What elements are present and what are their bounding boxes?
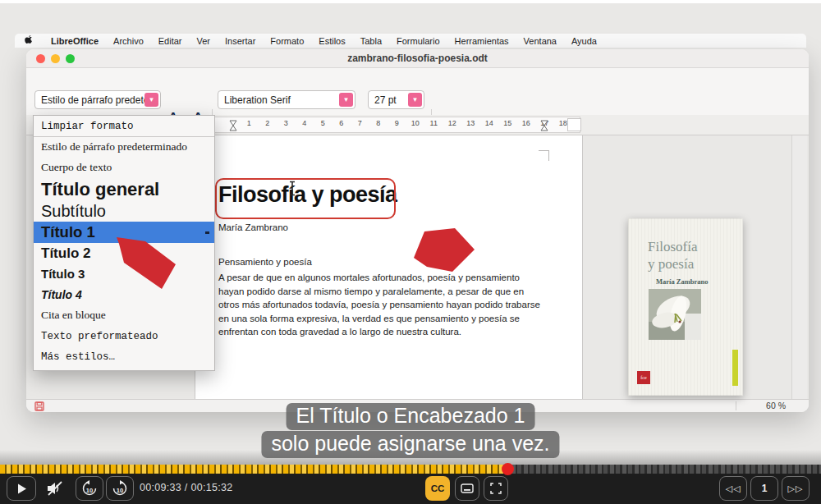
window-titlebar[interactable]: zambrano-filosofia-poesia.odt: [26, 49, 809, 68]
right-indent-marker[interactable]: [540, 120, 548, 131]
selected-item-marker: [205, 231, 209, 234]
style-item-estilo-predeterminado[interactable]: Estilo de párrafo predeterminado: [34, 137, 214, 157]
video-frame: LibreOfficeArchivoEditarVerInsertarForma…: [0, 0, 821, 504]
skip-forward-10-button[interactable]: 10: [106, 476, 134, 501]
lily-photo: [649, 289, 701, 340]
menubar-item[interactable]: Estilos: [311, 36, 352, 46]
series-stripe: [732, 350, 738, 386]
ruler-tick-label: 8: [369, 119, 388, 127]
menubar-item[interactable]: Ver: [190, 36, 218, 46]
heading-highlight-box: [215, 178, 396, 219]
closed-captions-button[interactable]: CC: [425, 476, 450, 501]
menubar-item[interactable]: LibreOffice: [44, 36, 106, 46]
document-lead-line[interactable]: Pensamiento y poesía: [218, 257, 312, 267]
previous-button[interactable]: ◁◁: [719, 476, 747, 501]
skip-forward-label: 10: [107, 487, 133, 494]
red-arrow-to-titulo1: [107, 230, 185, 297]
style-item-mas-estilos[interactable]: Más estilos…: [34, 346, 214, 368]
ruler-tick-label: 1: [240, 119, 259, 127]
menubar-item[interactable]: Archivo: [106, 36, 151, 46]
chevron-down-icon[interactable]: ▾: [339, 93, 353, 107]
book-cover-author: María Zambrano: [656, 277, 709, 286]
document-author[interactable]: María Zambrano: [218, 222, 288, 232]
mute-button[interactable]: [41, 476, 69, 501]
text-boundary-corner: [539, 150, 549, 161]
ruler-tick-label: 14: [480, 119, 499, 127]
menubar-item[interactable]: Editar: [151, 36, 190, 46]
style-item-limpiar-formato[interactable]: Limpiar formato: [34, 116, 214, 136]
paragraph-style-value: Estilo de párrafo predete: [41, 94, 149, 106]
ruler-tick-label: 13: [461, 119, 480, 127]
font-size-value: 27 pt: [374, 94, 397, 106]
time-display: 00:09:33 / 00:15:32: [140, 482, 232, 493]
paragraph-style-combobox[interactable]: Estilo de párrafo predete ▾: [34, 90, 161, 109]
menubar-item[interactable]: Ventana: [516, 36, 564, 46]
chevron-down-icon[interactable]: ▾: [144, 93, 158, 107]
formatting-toolbar: Estilo de párrafo predete ▾ A⟳ A+ Libera…: [26, 68, 809, 115]
style-item-texto-preformateado[interactable]: Texto preformateado: [34, 326, 214, 346]
apple-menu-icon[interactable]: [25, 35, 34, 46]
style-item-cita-en-bloque[interactable]: Cita en bloque: [34, 305, 214, 326]
menubar-item[interactable]: Ayuda: [564, 36, 604, 46]
save-document-icon[interactable]: [34, 401, 44, 411]
ruler-tick-label: 6: [333, 119, 351, 127]
menubar-item[interactable]: Formato: [263, 36, 311, 46]
book-cover: Filosofía y poesía María Zambrano fce: [628, 218, 743, 396]
subtitle-panel-icon: [461, 483, 474, 493]
play-button[interactable]: [7, 476, 36, 501]
vertical-scrollbar[interactable]: [791, 135, 807, 400]
font-size-combobox[interactable]: 27 pt ▾: [368, 90, 424, 109]
video-player-bar: 10 10 00:09:33 / 00:15:32 CC: [0, 465, 821, 504]
ruler-tick-label: 15: [498, 119, 517, 127]
skip-back-label: 10: [76, 487, 103, 494]
progress-played: [0, 465, 507, 474]
menubar-item[interactable]: Herramientas: [447, 36, 516, 46]
ruler-tick-label: 7: [351, 119, 369, 127]
play-icon: [17, 483, 26, 494]
ruler-tick-label: 3: [277, 119, 296, 127]
top-border: [0, 0, 821, 3]
skip-back-10-button[interactable]: 10: [76, 476, 103, 501]
ruler-tick-label: 16: [517, 119, 536, 127]
style-item-cuerpo-de-texto[interactable]: Cuerpo de texto: [34, 157, 214, 177]
red-arrow-to-heading: [407, 223, 481, 276]
menubar-items: LibreOfficeArchivoEditarVerInsertarForma…: [44, 36, 604, 46]
ruler-tick-label: 11: [424, 119, 443, 127]
publisher-logo: fce: [637, 371, 650, 384]
font-name-value: Liberation Serif: [224, 94, 291, 106]
ruler-ticks: 123456789101112131415161718: [240, 119, 572, 127]
style-item-titulo-general[interactable]: Título general: [34, 177, 214, 201]
fullscreen-icon: [490, 483, 502, 494]
ibeam-cursor: [288, 181, 296, 196]
ruler-tick-label: 5: [314, 119, 333, 127]
muted-speaker-icon: [46, 480, 64, 497]
ruler-tick-label: 4: [296, 119, 314, 127]
style-item-subtitulo[interactable]: Subtítulo: [34, 201, 214, 222]
menubar-item[interactable]: Tabla: [353, 36, 389, 46]
subtitle-line-2: solo puede asignarse una vez.: [261, 431, 559, 458]
player-controls: 10 10 00:09:33 / 00:15:32 CC: [0, 474, 821, 504]
font-name-combobox[interactable]: Liberation Serif ▾: [218, 90, 355, 109]
ruler-tick-label: 2: [259, 119, 277, 127]
playback-speed-button[interactable]: 1: [750, 476, 778, 501]
next-button[interactable]: ▷▷: [782, 476, 810, 501]
fullscreen-button[interactable]: [484, 476, 508, 501]
document-paragraph[interactable]: A pesar de que en algunos mortales afort…: [218, 271, 545, 339]
progress-bar[interactable]: [0, 465, 821, 474]
book-cover-title: Filosofía y poesía: [648, 238, 697, 273]
window-title: zambrano-filosofia-poesia.odt: [26, 53, 809, 64]
ruler-tick-label: 10: [406, 119, 425, 127]
ruler-tick-label: 9: [388, 119, 406, 127]
zoom-level[interactable]: 60 %: [766, 401, 786, 410]
menubar-item[interactable]: Formulario: [389, 36, 447, 46]
subtitle-overlay-button[interactable]: [455, 476, 479, 501]
macos-menubar: LibreOfficeArchivoEditarVerInsertarForma…: [15, 34, 806, 48]
ruler-tick-label: 12: [443, 119, 462, 127]
subtitle-line-1: El Título o Encabezado 1: [287, 403, 535, 430]
apple-logo-icon: [25, 35, 34, 46]
chevron-down-icon[interactable]: ▾: [408, 93, 422, 107]
document-page[interactable]: Filosofía y poesía María Zambrano Pensam…: [195, 135, 583, 400]
ruler-scale: 123456789101112131415161718: [195, 117, 580, 133]
menubar-item[interactable]: Insertar: [218, 36, 263, 46]
left-indent-marker[interactable]: [229, 120, 237, 131]
